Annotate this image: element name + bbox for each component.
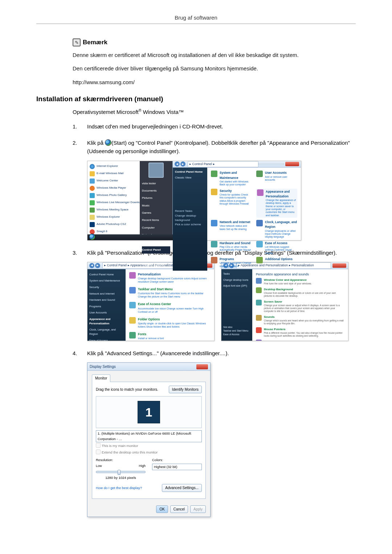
ok-button[interactable]: OK bbox=[156, 505, 168, 513]
monitor-1-icon[interactable]: 1 bbox=[138, 401, 160, 423]
ap-side-hardware[interactable]: Hardware and Sound bbox=[89, 297, 124, 303]
startmenu-item-ie[interactable]: Internet Explorer bbox=[89, 163, 138, 170]
color-depth-select[interactable]: Highest (32 bit) bbox=[152, 464, 202, 471]
side-connect[interactable]: Connect To bbox=[142, 239, 170, 246]
ds-monitor-area[interactable]: 1 bbox=[96, 396, 202, 428]
ds-tab-monitor[interactable]: Monitor bbox=[92, 374, 110, 382]
side-user[interactable]: vista tester bbox=[142, 180, 170, 187]
identify-monitors-button[interactable]: Identify Monitors bbox=[169, 386, 202, 394]
pz-close-icon[interactable] bbox=[332, 263, 346, 268]
ap-side-security[interactable]: Security bbox=[89, 284, 124, 291]
slider-thumb-icon[interactable] bbox=[118, 470, 121, 475]
ap-side-network[interactable]: Network and Internet bbox=[89, 291, 124, 297]
pz-item-background[interactable]: Desktop BackgroundChoose from available … bbox=[256, 287, 344, 297]
cp-sidebar-classic[interactable]: Classic View bbox=[175, 176, 205, 180]
startmenu-item-live[interactable]: Windows Live Messenger Download bbox=[89, 199, 138, 206]
cp-cat-additional[interactable]: Additional Options bbox=[256, 257, 297, 268]
cp-cat-clock[interactable]: Clock, Language, and RegionChange keyboa… bbox=[256, 220, 297, 239]
pz-change-icons[interactable]: Change desktop icons bbox=[223, 277, 250, 283]
note-text-3: http://www.samsung.com/ bbox=[73, 78, 356, 86]
nav-back-icon[interactable]: ◄ bbox=[89, 263, 94, 268]
ap-item-taskbar[interactable]: Taskbar and Start MenuCustomize the Star… bbox=[129, 287, 211, 298]
ap-side-clock[interactable]: Clock, Language, and Region bbox=[89, 327, 124, 337]
side-games[interactable]: Games bbox=[142, 209, 170, 217]
side-default[interactable]: Default Programs bbox=[142, 254, 170, 261]
start-button-icon[interactable] bbox=[89, 234, 95, 240]
cp-cat-hardware[interactable]: Hardware and SoundPlay CDs or other medi… bbox=[211, 241, 252, 255]
side-recent[interactable]: Recent Items bbox=[142, 217, 170, 224]
ap-side-ease[interactable]: Ease of Access bbox=[89, 337, 124, 341]
ap-side-users[interactable]: User Accounts bbox=[89, 309, 124, 316]
cp-task1[interactable]: Change desktop background bbox=[175, 214, 205, 223]
pz-item-theme[interactable]: ThemeChange the theme. Themes can change… bbox=[256, 340, 344, 341]
pz-item-sounds[interactable]: SoundsChange which sounds are heard when… bbox=[256, 315, 344, 325]
startmenu-item-explorer[interactable]: Windows Explorer bbox=[89, 214, 138, 221]
screenshot-appearance-personalization: ◄► ▸ Control Panel ▸ Appearance and Pers… bbox=[87, 262, 348, 341]
cp-task2[interactable]: Pick a color scheme bbox=[175, 222, 205, 227]
ds-monitor-select[interactable]: 1. (Multiple Monitors) on NVIDIA GeForce… bbox=[96, 430, 202, 442]
resolution-slider[interactable] bbox=[96, 471, 146, 473]
startmenu-item-mail[interactable]: E-mail Windows Mail bbox=[89, 170, 138, 177]
ap-side-appearance[interactable]: Appearance and Personalization bbox=[89, 316, 124, 327]
pz-col-s: Fine tune the color and style of your wi… bbox=[264, 282, 312, 285]
mouse-pointer-icon bbox=[256, 327, 262, 333]
header-rule bbox=[36, 24, 356, 24]
side-controlpanel[interactable]: Control Panel bbox=[142, 246, 170, 254]
cp-user-t: User Accounts bbox=[265, 171, 297, 175]
cp-breadcrumb[interactable]: ▸ Control Panel ▸ bbox=[188, 161, 258, 168]
nav-back-icon[interactable]: ◄ bbox=[175, 161, 180, 167]
cp-ease-s: Let Windows suggest settings Optimize vi… bbox=[265, 246, 297, 255]
ds-titlebar: Display Settings bbox=[87, 363, 210, 371]
pz-item-color[interactable]: Window Color and AppearanceFine tune the… bbox=[256, 278, 344, 285]
pz-item-mouse[interactable]: Mouse PointersPick a different mouse poi… bbox=[256, 327, 344, 337]
cp-cat-appearance[interactable]: Appearance and PersonalizationChange the… bbox=[256, 189, 297, 218]
ap-font-t: Fonts bbox=[138, 332, 164, 337]
cp-cat-security[interactable]: SecurityCheck for updates Check this com… bbox=[211, 189, 252, 218]
ap-side-system[interactable]: System and Maintenance bbox=[89, 278, 124, 284]
ap-fold-s: Specify single- or double-click to open … bbox=[138, 322, 211, 328]
pz-ease-link[interactable]: Ease of Access bbox=[223, 333, 250, 336]
ds-close-icon[interactable] bbox=[196, 364, 208, 369]
cancel-button[interactable]: Cancel bbox=[170, 505, 188, 513]
cp-sidebar-home[interactable]: Control Panel Home bbox=[175, 170, 205, 174]
side-help[interactable]: Help and Support bbox=[142, 261, 170, 268]
windows-start-orb-icon bbox=[105, 139, 111, 146]
pz-taskbar-link[interactable]: Taskbar and Start Menu bbox=[223, 329, 250, 333]
cp-cat-users[interactable]: User AccountsAdd or remove user accounts bbox=[256, 171, 297, 186]
cp-cat-network[interactable]: Network and InternetView network status … bbox=[211, 220, 252, 239]
pz-bg-t: Desktop Background bbox=[264, 287, 344, 292]
pz-ss-t: Screen Saver bbox=[264, 300, 344, 304]
cp-titlebar: ◄► ▸ Control Panel ▸ bbox=[173, 161, 301, 168]
advanced-settings-button[interactable]: Advanced Settings... bbox=[162, 484, 202, 492]
pz-adjust-font[interactable]: Adjust font size (DPI) bbox=[223, 283, 250, 289]
section-heading: Installation af skærmdriveren (manuel) bbox=[36, 95, 356, 103]
ap-item-fonts[interactable]: FontsInstall or remove a font bbox=[129, 332, 211, 340]
nav-forward-icon[interactable]: ► bbox=[180, 161, 185, 167]
side-pictures[interactable]: Pictures bbox=[142, 194, 170, 202]
startmenu-item-wmp[interactable]: Windows Media Player bbox=[89, 185, 138, 192]
startmenu-item-welcome[interactable]: Welcome Center bbox=[89, 177, 138, 185]
note-text-2: Den certificerede driver bliver tilgænge… bbox=[73, 64, 356, 73]
ap-side-programs[interactable]: Programs bbox=[89, 303, 124, 310]
ap-item-ease[interactable]: Ease of Access CenterAccommodate low vis… bbox=[129, 302, 211, 313]
user-picture[interactable] bbox=[148, 163, 164, 178]
startmenu-item-meeting[interactable]: Windows Meeting Space bbox=[89, 206, 138, 214]
taskbar[interactable] bbox=[87, 234, 173, 240]
cp-cat-programs[interactable]: ProgramsUninstall a program Change start… bbox=[211, 257, 252, 268]
ap-item-personalization[interactable]: PersonalizationChange desktop background… bbox=[129, 272, 211, 283]
side-computer[interactable]: Computer bbox=[142, 224, 170, 231]
startmenu-item-gallery[interactable]: Windows Photo Gallery bbox=[89, 192, 138, 199]
pz-item-screensaver[interactable]: Screen SaverChange your screen saver or … bbox=[256, 300, 344, 313]
ap-side-home[interactable]: Control Panel Home bbox=[89, 271, 124, 278]
cp-search-input[interactable] bbox=[258, 163, 284, 165]
side-documents[interactable]: Documents bbox=[142, 187, 170, 194]
best-display-link[interactable]: How do I get the best display? bbox=[96, 485, 142, 491]
window-close-icon[interactable] bbox=[285, 162, 299, 166]
nav-forward-icon[interactable]: ► bbox=[95, 263, 100, 268]
apply-button[interactable]: Apply bbox=[190, 505, 206, 513]
side-music[interactable]: Music bbox=[142, 202, 170, 209]
cp-cat-ease[interactable]: Ease of AccessLet Windows suggest settin… bbox=[256, 241, 297, 255]
ap-item-folder[interactable]: Folder OptionsSpecify single- or double-… bbox=[129, 317, 211, 328]
cp-cat-system[interactable]: System and MaintenanceGet started with W… bbox=[211, 171, 252, 186]
startmenu-item-photoshop[interactable]: Adobe Photoshop CS2 bbox=[89, 221, 138, 228]
